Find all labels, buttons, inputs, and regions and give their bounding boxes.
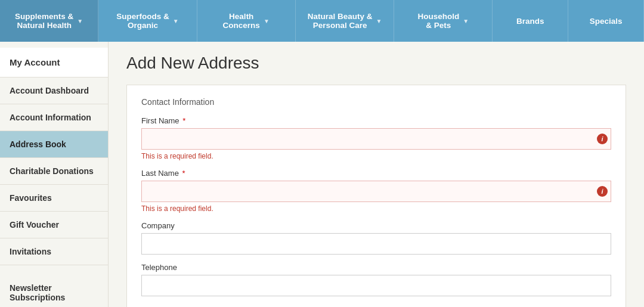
telephone-group: Telephone (141, 263, 611, 296)
nav-item-health[interactable]: Health Concerns ▼ (197, 0, 296, 42)
nav-item-beauty[interactable]: Natural Beauty & Personal Care ▼ (296, 0, 394, 42)
sidebar-label-my-account: My Account (10, 57, 60, 67)
main-content: Add New Address Contact Information Firs… (109, 42, 644, 307)
sidebar-label-invitations: Invitations (10, 247, 51, 256)
company-group: Company (141, 221, 611, 255)
top-navigation: Supplements & Natural Health ▼ Superfood… (0, 0, 644, 42)
sidebar-label-charitable-donations: Charitable Donations (10, 166, 94, 176)
sidebar-item-favourites[interactable]: Favourites (0, 185, 108, 212)
nav-label-brands: Brands (516, 17, 544, 26)
company-label: Company (141, 221, 611, 230)
sidebar-label-favourites: Favourites (10, 193, 52, 203)
nav-item-household[interactable]: Household & Pets ▼ (394, 0, 493, 42)
chevron-down-icon: ▼ (173, 18, 179, 24)
sidebar-item-gift-voucher[interactable]: Gift Voucher (0, 212, 108, 238)
nav-label-specials: Specials (590, 17, 623, 26)
sidebar-item-newsletter-subscriptions[interactable]: Newsletter Subscriptions (0, 265, 108, 307)
company-input-wrapper (141, 233, 611, 255)
last-name-error-text: This is a required field. (141, 204, 611, 213)
sidebar-label-address-book: Address Book (10, 139, 66, 149)
telephone-input[interactable] (141, 275, 611, 296)
main-layout: My Account Account Dashboard Account Inf… (0, 42, 644, 307)
first-name-error-icon: i (597, 134, 608, 144)
chevron-down-icon: ▼ (77, 18, 83, 24)
chevron-down-icon: ▼ (463, 18, 469, 24)
last-name-label: Last Name * (141, 169, 611, 178)
first-name-input-wrapper: i (141, 128, 611, 150)
last-name-group: Last Name * i This is a required field. (141, 169, 611, 213)
nav-label-health: Health Concerns (223, 12, 260, 30)
last-name-input-wrapper: i (141, 181, 611, 202)
nav-item-supplements[interactable]: Supplements & Natural Health ▼ (0, 0, 98, 42)
sidebar: My Account Account Dashboard Account Inf… (0, 42, 109, 307)
form-section-title: Contact Information (141, 97, 611, 107)
first-name-group: First Name * i This is a required field. (141, 116, 611, 160)
nav-item-superfoods[interactable]: Superfoods & Organic ▼ (98, 0, 197, 42)
sidebar-item-account-dashboard[interactable]: Account Dashboard (0, 77, 108, 104)
sidebar-item-charitable-donations[interactable]: Charitable Donations (0, 158, 108, 185)
sidebar-item-my-account[interactable]: My Account (0, 48, 108, 77)
first-name-input[interactable] (141, 128, 611, 150)
sidebar-label-newsletter-subscriptions: Newsletter Subscriptions (10, 283, 65, 302)
telephone-label: Telephone (141, 263, 611, 272)
first-name-label: First Name * (141, 116, 611, 125)
nav-label-superfoods: Superfoods & Organic (116, 12, 169, 30)
nav-label-supplements: Supplements & Natural Health (15, 12, 73, 30)
sidebar-label-account-information: Account Information (10, 113, 91, 122)
last-name-error-icon: i (597, 186, 608, 197)
chevron-down-icon: ▼ (376, 18, 382, 24)
sidebar-label-account-dashboard: Account Dashboard (10, 86, 89, 95)
address-form-section: Contact Information First Name * i This … (126, 85, 626, 307)
sidebar-item-address-book[interactable]: Address Book (0, 131, 108, 158)
first-name-error-text: This is a required field. (141, 152, 611, 160)
chevron-down-icon: ▼ (264, 18, 270, 24)
nav-label-beauty: Natural Beauty & Personal Care (308, 12, 373, 30)
company-input[interactable] (141, 233, 611, 255)
sidebar-item-account-information[interactable]: Account Information (0, 104, 108, 131)
page-title: Add New Address (126, 54, 626, 73)
telephone-input-wrapper (141, 275, 611, 296)
last-name-input[interactable] (141, 181, 611, 202)
nav-item-brands[interactable]: Brands (493, 0, 568, 42)
sidebar-item-invitations[interactable]: Invitations (0, 238, 108, 265)
sidebar-label-gift-voucher: Gift Voucher (10, 220, 59, 230)
nav-label-household: Household & Pets (417, 12, 459, 30)
nav-item-specials[interactable]: Specials (568, 0, 644, 42)
